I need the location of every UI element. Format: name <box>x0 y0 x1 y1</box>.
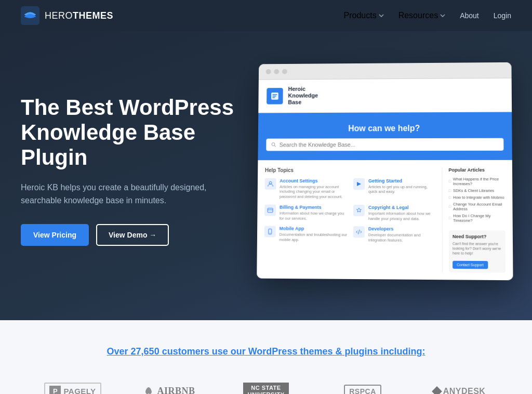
topic-info: Getting Started Articles to get you up a… <box>368 178 437 195</box>
logo-airbnb: airbnb <box>129 376 210 394</box>
search-icon <box>271 142 276 147</box>
nav-login[interactable]: Login <box>494 11 511 20</box>
svg-marker-5 <box>357 182 361 186</box>
popular-articles-list: What Happens if the Price Increases? SDK… <box>448 176 505 224</box>
topic-desc: Information about how we charge you for … <box>280 211 348 221</box>
view-demo-button[interactable]: View Demo → <box>96 224 169 246</box>
nav-links: Products Resources About Login <box>344 11 511 20</box>
topic-title: Account Settings <box>280 178 348 183</box>
popular-article[interactable]: What Happens if the Price Increases? <box>448 176 504 187</box>
popular-article[interactable]: Change Your Account Email Address <box>449 201 506 212</box>
chevron-down-icon <box>379 14 384 17</box>
kb-logo-box <box>267 88 283 104</box>
kb-hero-bar: How can we help? <box>258 112 512 160</box>
topic-title: Mobile App <box>280 226 348 232</box>
kb-sidebar: Popular Articles What Happens if the Pri… <box>442 167 506 273</box>
topic-developers: Developers Developer documentation and i… <box>353 226 438 243</box>
logo-anydesk: AnyDesk <box>419 376 500 394</box>
topic-billing: Billing & Payments Information about how… <box>264 204 348 221</box>
account-settings-icon <box>265 178 276 189</box>
topic-desc: Developer documentation and integration … <box>368 233 438 243</box>
svg-point-2 <box>272 142 275 146</box>
browser-content: HeroicKnowledgeBase How can we help? Hel… <box>257 78 513 280</box>
kb-mockup: HeroicKnowledgeBase How can we help? Hel… <box>257 62 513 280</box>
anydesk-text: AnyDesk <box>443 387 486 394</box>
need-support-text: Can't find the answer you're looking for… <box>453 241 502 256</box>
hero-text-block: The Best WordPress Knowledge Base Plugin… <box>21 95 239 246</box>
hero-section: The Best WordPress Knowledge Base Plugin… <box>0 31 532 320</box>
site-logo[interactable]: HEROTHEMES <box>21 6 113 25</box>
topics-grid: Account Settings Articles on managing yo… <box>264 178 438 243</box>
hero-subtitle: Heroic KB helps you create a beautifully… <box>21 181 239 207</box>
nav-resources[interactable]: Resources <box>398 11 445 20</box>
topic-legal: Copyright & Legal Important information … <box>353 205 438 221</box>
kb-search-bar[interactable] <box>266 138 503 151</box>
browser-bar <box>259 62 512 80</box>
need-support-box: Need Support? Can't find the answer you'… <box>449 230 506 272</box>
pagely-p-icon: P <box>49 386 61 394</box>
anydesk-logo: AnyDesk <box>433 387 486 394</box>
nav-about[interactable]: About <box>460 11 479 20</box>
logo-pagely: P PAGELY <box>32 376 113 394</box>
svg-line-3 <box>274 145 275 146</box>
svg-rect-6 <box>268 208 273 212</box>
browser-dot-red <box>266 69 271 74</box>
kb-logo-icon <box>270 91 280 101</box>
topic-title: Developers <box>368 227 438 232</box>
billing-icon <box>264 204 276 216</box>
anydesk-diamond-icon <box>432 386 442 394</box>
browser-dot-green <box>282 69 287 74</box>
hero-title: The Best WordPress Knowledge Base Plugin <box>21 95 239 170</box>
logo-icon <box>21 6 39 25</box>
logo-grid: P PAGELY airbnb NC STATEUNIVERSITY RSPCA… <box>32 376 500 394</box>
topic-title: Billing & Payments <box>280 204 348 209</box>
popular-article[interactable]: SDKs & Client Libraries <box>449 187 505 194</box>
navbar: HEROTHEMES Products Resources About Logi… <box>0 0 532 31</box>
popular-articles-heading: Popular Articles <box>448 167 504 173</box>
hero-buttons: View Pricing View Demo → <box>21 224 239 246</box>
topics-heading: Help Topics <box>265 167 437 173</box>
topic-desc: Articles on managing your account includ… <box>280 184 348 199</box>
topic-info: Account Settings Articles on managing yo… <box>280 178 348 199</box>
customers-headline: Over 27,650 customers use our WordPress … <box>21 346 511 357</box>
pagely-box: P PAGELY <box>44 383 101 394</box>
topic-info: Copyright & Legal Important information … <box>368 205 438 221</box>
topic-title: Getting Started <box>368 178 437 183</box>
kb-body: Help Topics Account Settings Articles on… <box>257 160 513 280</box>
logo-text: HEROTHEMES <box>45 10 113 21</box>
popular-article[interactable]: How Do I Change My Timezone? <box>449 212 506 224</box>
topic-desc: Documentation and troubleshooting our mo… <box>279 232 348 243</box>
nc-state-text: NC STATEUNIVERSITY <box>243 383 288 394</box>
view-pricing-button[interactable]: View Pricing <box>21 224 89 246</box>
airbnb-icon <box>143 386 154 394</box>
topic-account-settings: Account Settings Articles on managing yo… <box>264 178 348 199</box>
kb-search-input[interactable] <box>280 141 499 148</box>
rspca-text: RSPCA <box>344 385 381 394</box>
kb-hero-title: How can we help? <box>267 123 504 133</box>
contact-support-button[interactable]: Contact Support <box>453 261 488 269</box>
getting-started-icon <box>353 178 365 190</box>
topic-info: Billing & Payments Information about how… <box>280 204 348 221</box>
browser-dot-yellow <box>274 69 279 74</box>
mobile-icon <box>264 226 276 238</box>
popular-article[interactable]: How to Integrate with Mobmo <box>449 194 506 201</box>
topic-info: Mobile App Documentation and troubleshoo… <box>279 226 348 243</box>
airbnb-logo: airbnb <box>143 386 195 394</box>
airbnb-text: airbnb <box>157 386 195 394</box>
nav-products[interactable]: Products <box>344 11 384 20</box>
customers-count: Over 27,650 customers <box>107 346 209 357</box>
logo-nc-state: NC STATEUNIVERSITY <box>225 376 307 394</box>
kb-brand-text: HeroicKnowledgeBase <box>288 86 318 106</box>
legal-icon <box>353 205 365 216</box>
customers-suffix: use our WordPress themes & plugins inclu… <box>209 346 425 357</box>
topic-desc: Important information about how we handl… <box>368 211 438 221</box>
kb-header: HeroicKnowledgeBase <box>258 78 512 113</box>
kb-topics: Help Topics Account Settings Articles on… <box>264 167 438 272</box>
topic-title: Copyright & Legal <box>368 205 438 210</box>
customers-section: Over 27,650 customers use our WordPress … <box>0 320 532 394</box>
chevron-down-icon <box>440 14 445 17</box>
svg-point-9 <box>270 233 270 233</box>
topic-desc: Articles to get you up and running, quic… <box>368 185 437 195</box>
pagely-text: PAGELY <box>63 387 96 394</box>
topic-info: Developers Developer documentation and i… <box>368 227 438 243</box>
